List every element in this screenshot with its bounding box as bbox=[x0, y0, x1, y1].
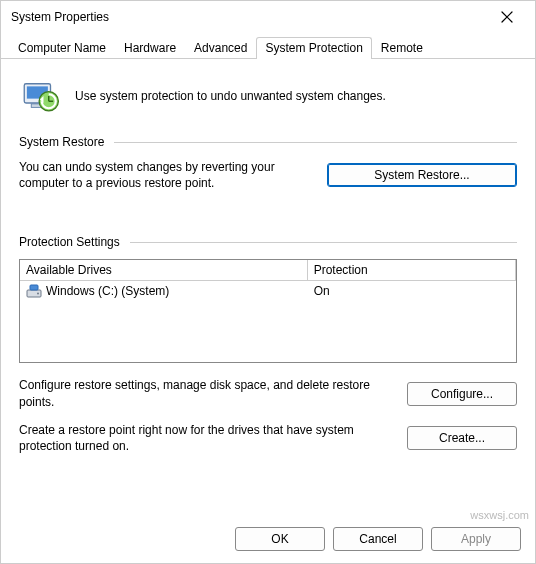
column-protection[interactable]: Protection bbox=[308, 260, 516, 280]
close-button[interactable] bbox=[487, 3, 527, 31]
tab-advanced[interactable]: Advanced bbox=[185, 37, 256, 59]
column-available-drives[interactable]: Available Drives bbox=[20, 260, 308, 280]
tab-strip: Computer Name Hardware Advanced System P… bbox=[1, 33, 535, 59]
protection-settings-label: Protection Settings bbox=[19, 235, 120, 249]
create-text: Create a restore point right now for the… bbox=[19, 422, 393, 454]
tab-hardware[interactable]: Hardware bbox=[115, 37, 185, 59]
window-title: System Properties bbox=[11, 10, 109, 24]
tab-remote[interactable]: Remote bbox=[372, 37, 432, 59]
drive-protection-status: On bbox=[308, 281, 516, 301]
create-button[interactable]: Create... bbox=[407, 426, 517, 450]
divider bbox=[114, 142, 517, 143]
titlebar: System Properties bbox=[1, 1, 535, 33]
drive-name: Windows (C:) (System) bbox=[46, 284, 169, 298]
system-properties-window: System Properties Computer Name Hardware… bbox=[0, 0, 536, 564]
intro-row: Use system protection to undo unwanted s… bbox=[19, 75, 517, 117]
cancel-button[interactable]: Cancel bbox=[333, 527, 423, 551]
protection-settings-group: Protection Settings Available Drives Pro… bbox=[19, 235, 517, 466]
svg-rect-9 bbox=[30, 285, 38, 290]
apply-button[interactable]: Apply bbox=[431, 527, 521, 551]
drives-header: Available Drives Protection bbox=[20, 260, 516, 281]
intro-text: Use system protection to undo unwanted s… bbox=[75, 89, 386, 103]
configure-button[interactable]: Configure... bbox=[407, 382, 517, 406]
dialog-footer: OK Cancel Apply bbox=[1, 517, 535, 563]
drives-list: Available Drives Protection Windows (C:)… bbox=[19, 259, 517, 363]
drive-row[interactable]: Windows (C:) (System) On bbox=[20, 281, 516, 301]
system-protection-panel: Use system protection to undo unwanted s… bbox=[1, 59, 535, 517]
divider bbox=[130, 242, 517, 243]
configure-text: Configure restore settings, manage disk … bbox=[19, 377, 393, 409]
system-protection-icon bbox=[19, 75, 61, 117]
close-icon bbox=[501, 11, 513, 23]
svg-point-8 bbox=[37, 293, 39, 295]
system-restore-button[interactable]: System Restore... bbox=[327, 163, 517, 187]
system-restore-text: You can undo system changes by reverting… bbox=[19, 159, 313, 191]
drive-icon bbox=[26, 284, 42, 298]
tab-computer-name[interactable]: Computer Name bbox=[9, 37, 115, 59]
system-restore-group: System Restore You can undo system chang… bbox=[19, 135, 517, 203]
system-restore-label: System Restore bbox=[19, 135, 104, 149]
tab-system-protection[interactable]: System Protection bbox=[256, 37, 371, 59]
ok-button[interactable]: OK bbox=[235, 527, 325, 551]
